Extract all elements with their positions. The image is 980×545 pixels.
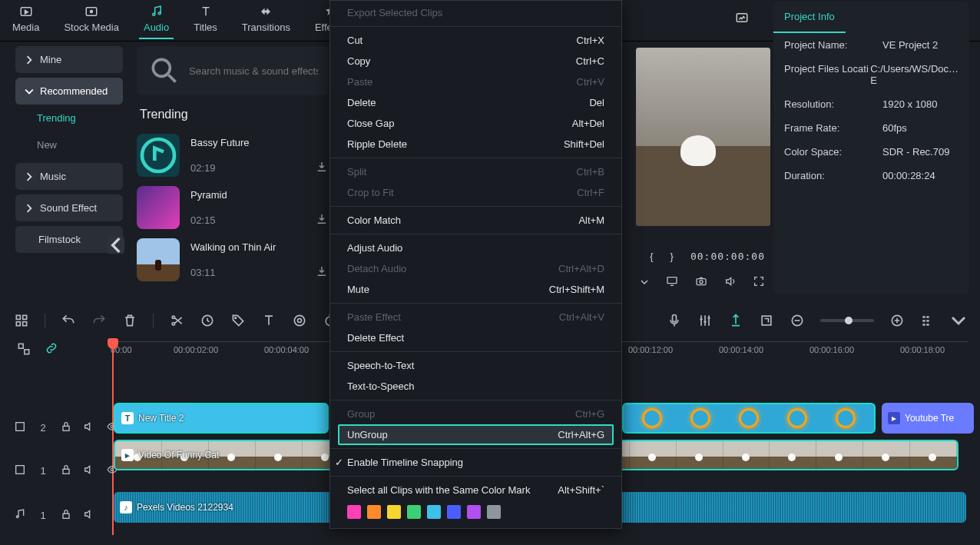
mark-out-button[interactable]: } <box>670 251 674 262</box>
color-swatch[interactable] <box>467 505 481 519</box>
menu-snapping[interactable]: ✓Enable Timeline Snapping <box>330 452 621 473</box>
tab-project-info[interactable]: Project Info <box>773 2 846 33</box>
stock-icon <box>84 5 99 18</box>
mic-icon[interactable] <box>667 313 682 328</box>
preview-controls <box>639 275 765 290</box>
sidebar-sub-trending[interactable]: Trending <box>15 105 123 131</box>
svg-rect-11 <box>16 315 20 319</box>
redo-icon[interactable] <box>91 313 107 328</box>
lock-icon[interactable] <box>60 508 72 523</box>
menu-mute[interactable]: MuteCtrl+Shift+M <box>330 279 621 300</box>
nav-audio[interactable]: Audio <box>139 3 174 39</box>
list-view-icon[interactable] <box>920 313 935 328</box>
menu-cut[interactable]: CutCtrl+X <box>330 30 621 51</box>
mute-icon[interactable] <box>83 508 95 523</box>
media-icon <box>18 5 34 18</box>
scissors-icon[interactable] <box>169 313 184 328</box>
audio-sidebar: Mine Recommended Trending New Music Soun… <box>15 42 123 253</box>
color-swatch[interactable] <box>447 505 461 519</box>
link-icon[interactable] <box>45 341 58 357</box>
marker-icon[interactable] <box>728 313 743 328</box>
download-icon[interactable] <box>315 264 329 278</box>
collapse-sidebar-button[interactable] <box>108 237 124 254</box>
sidebar-item-sfx[interactable]: Sound Effect <box>15 194 123 221</box>
svg-point-7 <box>142 139 174 171</box>
zoom-in-icon[interactable] <box>889 313 905 328</box>
zoom-out-icon[interactable] <box>790 313 805 328</box>
color-swatch[interactable] <box>367 505 381 519</box>
menu-adjust-audio[interactable]: Adjust Audio <box>330 238 621 258</box>
sidebar-item-music[interactable]: Music <box>15 163 123 190</box>
svg-rect-37 <box>16 465 25 474</box>
snapshot-icon[interactable] <box>734 11 750 27</box>
color-swatch[interactable] <box>427 505 441 519</box>
svg-point-39 <box>111 468 114 471</box>
mute-icon[interactable] <box>83 420 95 435</box>
clip-effect[interactable] <box>622 403 876 434</box>
menu-close-gap[interactable]: Close GapAlt+Del <box>330 113 621 134</box>
menu-ripple-delete[interactable]: Ripple DeleteShift+Del <box>330 134 621 155</box>
sidebar-item-mine[interactable]: Mine <box>15 46 123 73</box>
menu-delete[interactable]: DeleteDel <box>330 92 621 113</box>
text-tool-icon[interactable] <box>261 313 276 328</box>
track-row[interactable]: Bassy Future02:19 <box>137 129 329 181</box>
info-row: Resolution:1920 x 1080 <box>773 92 969 116</box>
sidebar-item-filmstock[interactable]: Filmstock <box>15 226 123 253</box>
svg-point-20 <box>298 319 302 323</box>
menu-select-color[interactable]: Select all Clips with the Same Color Mar… <box>330 480 621 500</box>
lock-icon[interactable] <box>60 464 72 478</box>
display-icon[interactable] <box>665 275 679 290</box>
sidebar-item-recommended[interactable]: Recommended <box>15 78 123 105</box>
menu-speech-to-text[interactable]: Speech-to-Text <box>330 355 621 376</box>
crop-tool-icon[interactable] <box>759 313 774 328</box>
timecode-row: { } 00:00:00:00 <box>650 251 765 262</box>
mark-in-button[interactable]: { <box>650 251 653 262</box>
download-icon[interactable] <box>315 160 329 174</box>
dropdown-icon[interactable] <box>951 313 966 328</box>
grid-icon[interactable] <box>14 313 29 328</box>
menu-copy[interactable]: CopyCtrl+C <box>330 51 621 71</box>
undo-icon[interactable] <box>61 313 76 328</box>
camera-icon[interactable] <box>694 275 708 290</box>
menu-delete-effect[interactable]: Delete Effect <box>330 327 621 348</box>
quality-dropdown[interactable] <box>639 277 650 288</box>
volume-icon[interactable] <box>723 275 737 290</box>
track-row[interactable]: Walking on Thin Air03:11 <box>137 234 329 286</box>
menu-text-to-speech[interactable]: Text-to-Speech <box>330 376 621 397</box>
color-swatch[interactable] <box>387 505 401 519</box>
color-wheel-icon[interactable] <box>292 313 307 328</box>
lock-icon[interactable] <box>60 420 72 435</box>
info-row: Color Space:SDR - Rec.709 <box>773 140 969 164</box>
mixer-icon[interactable] <box>697 313 713 328</box>
color-swatch[interactable] <box>407 505 421 519</box>
track-time: 03:11 <box>190 267 304 278</box>
track-header-toggle[interactable] <box>14 341 34 357</box>
download-icon[interactable] <box>315 212 329 226</box>
color-swatch[interactable] <box>487 505 501 519</box>
menu-color-match[interactable]: Color MatchAlt+M <box>330 210 621 231</box>
clip-youtube[interactable]: ▸Youtube Tre <box>882 403 974 434</box>
svg-rect-31 <box>926 324 929 326</box>
color-swatch[interactable] <box>347 505 361 519</box>
nav-transitions[interactable]: Transitions <box>237 3 295 38</box>
sidebar-sub-new[interactable]: New <box>15 131 123 158</box>
search-input[interactable] <box>189 65 318 77</box>
nav-media[interactable]: Media <box>8 3 44 38</box>
zoom-slider[interactable] <box>820 319 874 322</box>
menu-ungroup[interactable]: UnGroupCtrl+Alt+G <box>338 424 614 445</box>
tag-icon[interactable] <box>230 313 246 328</box>
svg-rect-33 <box>25 350 29 354</box>
track-row[interactable]: Pyramid02:15 <box>137 181 329 234</box>
fullscreen-icon[interactable] <box>753 275 765 290</box>
video-badge-icon: ▸ <box>121 449 134 461</box>
nav-titles[interactable]: Titles <box>189 3 222 38</box>
info-key: Project Name: <box>784 39 882 51</box>
speed-icon[interactable] <box>200 313 215 328</box>
clip-title[interactable]: TNew Title 2 <box>114 403 329 434</box>
nav-stock[interactable]: Stock Media <box>59 3 124 38</box>
svg-point-4 <box>158 12 161 15</box>
mute-icon[interactable] <box>83 464 95 478</box>
clip-label: Video Of Funny Cat <box>138 450 219 460</box>
search-box[interactable] <box>137 46 329 95</box>
trash-icon[interactable] <box>122 313 137 328</box>
